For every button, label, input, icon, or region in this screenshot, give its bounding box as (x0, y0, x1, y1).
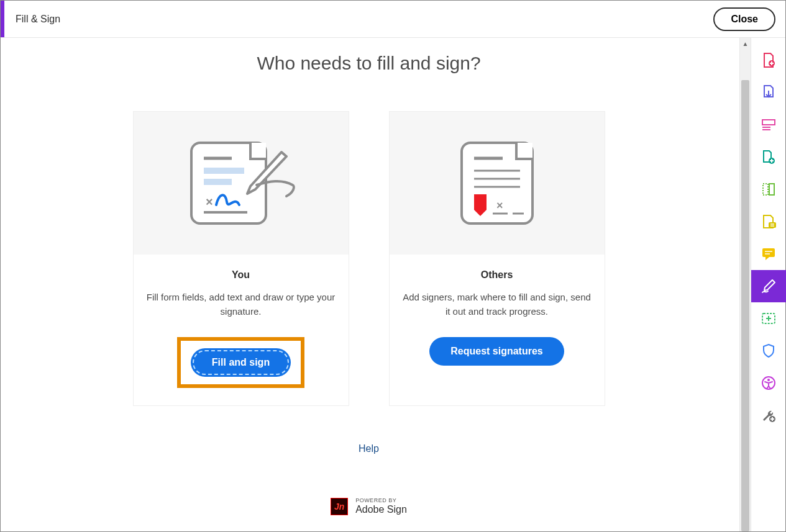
powered-by-brand: Adobe Sign (355, 504, 407, 515)
svg-rect-24 (762, 248, 775, 257)
powered-text: POWERED BY Adobe Sign (355, 498, 407, 515)
svg-rect-21 (769, 222, 776, 228)
sign-yourself-icon: × (182, 137, 300, 230)
scroll-up-arrow-icon[interactable]: ▲ (740, 38, 751, 49)
main-area: Who needs to fill and sign? (1, 38, 739, 531)
scroll-thumb[interactable] (741, 80, 749, 531)
cards-row: × You Fill form fields, add text and dra… (133, 111, 605, 406)
svg-rect-2 (204, 168, 244, 174)
card-others-title: Others (481, 269, 513, 281)
combine-files-icon[interactable] (751, 141, 786, 173)
comment-icon[interactable] (751, 238, 786, 270)
protect-icon[interactable] (751, 335, 786, 367)
svg-rect-19 (763, 184, 768, 195)
accessibility-icon[interactable] (751, 367, 786, 399)
vertical-scrollbar[interactable]: ▲ (739, 38, 751, 531)
organize-pages-icon[interactable] (751, 173, 786, 205)
request-signatures-button[interactable]: Request signatures (429, 337, 564, 366)
header-left: Fill & Sign (1, 1, 60, 37)
powered-by-label: POWERED BY (355, 498, 407, 504)
svg-text:×: × (496, 199, 503, 212)
create-pdf-icon[interactable] (751, 44, 786, 76)
export-pdf-icon[interactable] (751, 76, 786, 109)
svg-text:×: × (206, 195, 213, 209)
help-link[interactable]: Help (359, 443, 379, 454)
adobe-sign-logo-icon: Jn (331, 498, 348, 515)
card-you-body: You Fill form fields, add text and draw … (134, 255, 349, 405)
body: Who needs to fill and sign? (1, 38, 785, 531)
svg-rect-20 (769, 184, 774, 195)
card-you-illustration: × (134, 112, 349, 255)
close-button[interactable]: Close (713, 7, 775, 31)
card-you: × You Fill form fields, add text and dra… (133, 111, 349, 406)
header-bar: Fill & Sign Close (1, 1, 785, 38)
card-you-title: You (232, 269, 250, 281)
card-you-desc: Fill form fields, add text and draw or t… (146, 291, 336, 318)
card-others-body: Others Add signers, mark where to fill a… (390, 255, 605, 383)
scroll-track[interactable] (740, 49, 751, 531)
tools-rail (751, 38, 785, 531)
content-scroll[interactable]: Who needs to fill and sign? (1, 38, 739, 531)
content: Who needs to fill and sign? (1, 38, 737, 531)
send-for-comments-icon[interactable] (751, 302, 786, 335)
app-window: Fill & Sign Close Who needs to fill and … (0, 0, 786, 532)
tutorial-highlight: Fill and sign (177, 337, 304, 388)
edit-pdf-icon[interactable] (751, 109, 786, 141)
accent-bar (1, 1, 4, 37)
svg-rect-3 (204, 179, 232, 185)
svg-point-29 (767, 379, 770, 381)
fill-and-sign-button[interactable]: Fill and sign (191, 348, 291, 377)
card-others: × Others Add signers, mark where to fill… (389, 111, 605, 406)
svg-rect-15 (762, 120, 775, 125)
more-tools-icon[interactable] (751, 399, 786, 431)
panel-title: Fill & Sign (16, 14, 60, 25)
redact-icon[interactable] (751, 205, 786, 238)
card-others-illustration: × (390, 112, 605, 255)
powered-by: Jn POWERED BY Adobe Sign (331, 498, 407, 515)
page-heading: Who needs to fill and sign? (257, 53, 480, 74)
fill-sign-icon[interactable] (751, 270, 786, 302)
card-others-desc: Add signers, mark where to fill and sign… (402, 291, 592, 318)
request-signatures-icon: × (450, 137, 544, 230)
